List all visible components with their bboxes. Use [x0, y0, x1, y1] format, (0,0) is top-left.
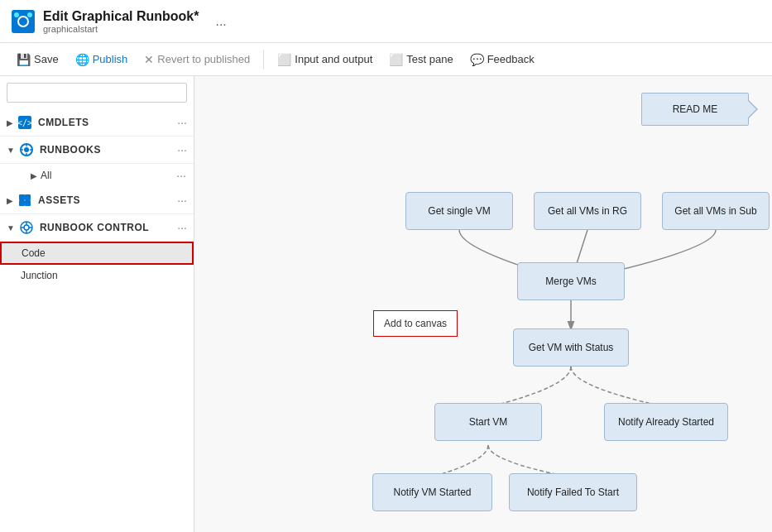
assets-more[interactable]: ··· — [177, 194, 187, 207]
cmdlets-group-header[interactable]: ▶ </> CMDLETS ··· — [0, 109, 194, 137]
runbooks-label: RUNBOOKS — [40, 144, 177, 156]
header-title-block: Edit Graphical Runbook* graphicalstart — [43, 9, 199, 34]
svg-point-17 — [24, 225, 29, 230]
revert-button[interactable]: ✕ Revert to published — [137, 50, 257, 69]
cmdlets-icon: </> — [17, 114, 33, 131]
node-get-vm-status[interactable]: Get VM with Status — [513, 328, 629, 367]
canvas[interactable]: Add to canvas — [194, 76, 772, 532]
node-get-all-sub[interactable]: Get all VMs in Sub — [662, 192, 770, 230]
revert-label: Revert to published — [157, 53, 250, 65]
runbooks-group-header[interactable]: ▼ RUNBOOKS ··· — [0, 137, 194, 164]
runbooks-chevron: ▼ — [7, 146, 15, 155]
node-failed-start-label: Notify Failed To Start — [527, 486, 619, 498]
runbooks-group: ▼ RUNBOOKS ··· ▶ All ··· — [0, 137, 194, 187]
input-output-icon: ⬜ — [277, 53, 291, 66]
assets-icon — [17, 192, 33, 208]
publish-button[interactable]: 🌐 Publish — [69, 50, 135, 69]
node-start-vm[interactable]: Start VM — [434, 403, 542, 441]
all-chevron: ▶ — [31, 171, 37, 180]
sidebar-item-junction[interactable]: Junction — [0, 265, 194, 286]
cmdlets-more[interactable]: ··· — [177, 116, 187, 129]
cmdlets-group: ▶ </> CMDLETS ··· — [0, 109, 194, 137]
feedback-button[interactable]: 💬 Feedback — [463, 50, 541, 69]
save-icon: 💾 — [17, 53, 31, 66]
node-notify-already[interactable]: Notify Already Started — [604, 403, 728, 441]
search-input[interactable] — [7, 83, 187, 103]
svg-point-2 — [14, 12, 19, 17]
assets-group: ▶ ASSETS ··· — [0, 187, 194, 214]
sidebar-search-area — [0, 76, 194, 109]
feedback-label: Feedback — [487, 53, 535, 65]
all-label: All — [41, 170, 176, 181]
runbook-control-chevron: ▼ — [7, 223, 15, 232]
revert-icon: ✕ — [144, 53, 154, 66]
node-failed-start[interactable]: Notify Failed To Start — [509, 473, 637, 511]
runbook-control-label: RUNBOOK CONTROL — [40, 222, 177, 233]
node-readme-label: READ ME — [673, 103, 718, 115]
all-more[interactable]: ··· — [176, 169, 186, 182]
node-merge-vms[interactable]: Merge VMs — [517, 262, 625, 300]
assets-group-header[interactable]: ▶ ASSETS ··· — [0, 187, 194, 214]
svg-point-7 — [24, 147, 29, 152]
node-get-all-rg[interactable]: Get all VMs in RG — [534, 192, 641, 230]
node-get-single-vm[interactable]: Get single VM — [405, 192, 513, 230]
page-title: Edit Graphical Runbook* — [43, 9, 199, 24]
toolbar-divider — [263, 50, 264, 69]
runbook-control-group: ▼ RUNBOOK CONTROL ··· Code Junction — [0, 214, 194, 286]
publish-icon: 🌐 — [75, 53, 89, 66]
add-to-canvas-label: Add to canvas — [384, 318, 447, 329]
node-notify-started-label: Notify VM Started — [393, 486, 471, 498]
arrows-svg — [194, 76, 772, 532]
save-label: Save — [34, 53, 59, 65]
node-notify-started[interactable]: Notify VM Started — [372, 473, 492, 511]
assets-label: ASSETS — [38, 194, 177, 206]
publish-label: Publish — [93, 53, 128, 65]
sidebar: ▶ </> CMDLETS ··· ▼ RUNBOOKS ··· ▶ All — [0, 76, 194, 532]
app-icon — [10, 8, 36, 35]
cmdlets-chevron: ▶ — [7, 118, 13, 127]
test-pane-label: Test pane — [406, 53, 453, 65]
sidebar-item-all[interactable]: ▶ All ··· — [0, 164, 194, 187]
code-label: Code — [22, 247, 185, 259]
context-menu[interactable]: Add to canvas — [373, 310, 458, 337]
input-output-label: Input and output — [295, 53, 372, 65]
svg-rect-12 — [19, 194, 25, 200]
node-merge-vms-label: Merge VMs — [545, 276, 596, 287]
assets-chevron: ▶ — [7, 196, 13, 205]
node-notify-already-label: Notify Already Started — [618, 416, 714, 428]
input-output-button[interactable]: ⬜ Input and output — [271, 50, 379, 69]
test-pane-button[interactable]: ⬜ Test pane — [382, 50, 459, 69]
runbooks-more[interactable]: ··· — [177, 143, 187, 156]
header: Edit Graphical Runbook* graphicalstart .… — [0, 0, 772, 43]
test-pane-icon: ⬜ — [389, 53, 403, 66]
toolbar: 💾 Save 🌐 Publish ✕ Revert to published ⬜… — [0, 43, 772, 76]
node-get-all-rg-label: Get all VMs in RG — [548, 205, 627, 217]
node-get-vm-status-label: Get VM with Status — [529, 342, 614, 353]
junction-label: Junction — [21, 270, 186, 281]
header-more-button[interactable]: ... — [215, 14, 226, 29]
feedback-icon: 💬 — [470, 53, 484, 66]
node-get-all-sub-label: Get all VMs in Sub — [674, 205, 756, 217]
page-subtitle: graphicalstart — [43, 24, 199, 34]
node-start-vm-label: Start VM — [469, 416, 508, 428]
node-get-single-vm-label: Get single VM — [428, 205, 490, 217]
svg-point-3 — [27, 12, 32, 17]
runbook-control-icon — [18, 219, 35, 236]
cmdlets-label: CMDLETS — [38, 117, 177, 128]
node-readme[interactable]: READ ME — [641, 93, 749, 126]
sidebar-item-code[interactable]: Code — [0, 242, 194, 265]
runbook-control-more[interactable]: ··· — [177, 221, 187, 234]
svg-rect-15 — [25, 200, 31, 206]
svg-rect-13 — [25, 194, 31, 200]
runbook-control-group-header[interactable]: ▼ RUNBOOK CONTROL ··· — [0, 214, 194, 242]
main-layout: ▶ </> CMDLETS ··· ▼ RUNBOOKS ··· ▶ All — [0, 76, 772, 532]
save-button[interactable]: 💾 Save — [10, 50, 65, 69]
svg-rect-14 — [19, 200, 25, 206]
svg-text:</>: </> — [17, 118, 32, 127]
runbooks-icon — [18, 141, 35, 158]
